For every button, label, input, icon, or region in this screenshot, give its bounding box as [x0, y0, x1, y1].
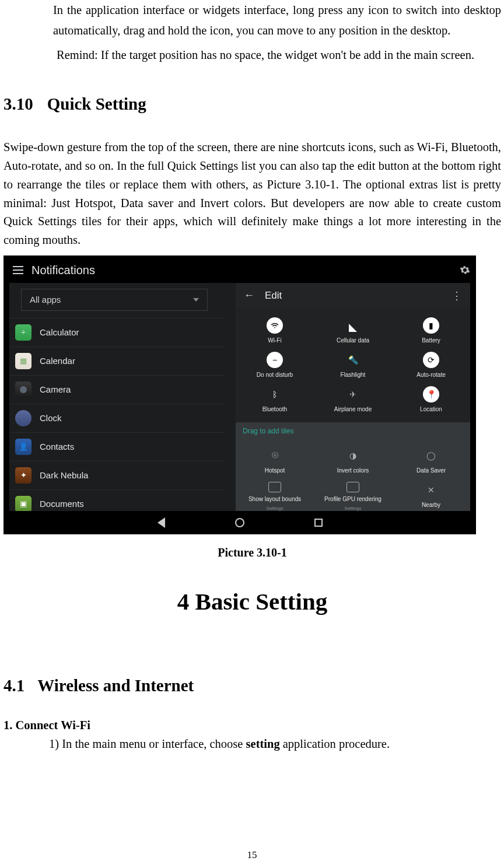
bluetooth-icon: ᛒ	[267, 386, 283, 402]
datasaver-icon: ◯	[423, 447, 439, 464]
list-item[interactable]: 👤Contacts	[9, 432, 225, 461]
tile-label: Bluetooth	[262, 406, 287, 412]
tile-dnd[interactable]: −Do not disturb	[236, 348, 314, 382]
all-apps-label: All apps	[30, 295, 61, 304]
tile-hotspot[interactable]: ⦾Hotspot	[236, 443, 314, 478]
tile-airplane[interactable]: ✈Airplane mode	[314, 382, 392, 416]
section-number: 4.1	[4, 676, 24, 695]
tile-autorotate[interactable]: ⟳Auto-rotate	[392, 348, 470, 382]
calendar-icon: ▦	[15, 353, 32, 369]
tile-label: Profile GPU rendering	[324, 496, 382, 502]
contacts-icon: 👤	[15, 439, 32, 455]
page-number: 15	[0, 849, 504, 861]
nebula-icon: ✦	[15, 467, 32, 484]
cellular-icon	[345, 317, 361, 334]
nav-home-icon[interactable]	[235, 518, 244, 527]
list-item[interactable]: Camera	[9, 375, 225, 404]
section-title: Quick Setting	[47, 94, 146, 113]
tile-label: Data Saver	[416, 467, 446, 474]
autorotate-icon: ⟳	[423, 352, 439, 368]
tile-label: Airplane mode	[334, 406, 372, 412]
app-label: Contacts	[40, 442, 74, 452]
nav-back-icon[interactable]	[158, 517, 165, 528]
step-1: 1) In the main menu or interface, choose…	[49, 735, 501, 753]
heading-3-10: 3.10Quick Setting	[4, 94, 501, 114]
section-title: Wireless and Internet	[37, 676, 194, 695]
tile-label: Battery	[422, 337, 440, 344]
section-number: 3.10	[4, 94, 33, 114]
tile-bluetooth[interactable]: ᛒBluetooth	[236, 382, 314, 416]
gpu-icon	[346, 482, 359, 492]
tile-sublabel: Settings	[267, 506, 284, 511]
hotspot-icon: ⦾	[267, 447, 283, 464]
calculator-icon: ÷	[15, 324, 32, 341]
list-item[interactable]: ▦Calendar	[9, 346, 225, 375]
tile-location[interactable]: 📍Location	[392, 382, 470, 416]
paragraph-remind: Remind: If the target position has no sp…	[57, 45, 501, 65]
app-label: Dark Nebula	[40, 470, 88, 480]
figure-3-10-1: Notifications All apps ÷Calculator ▦Cale…	[4, 256, 476, 534]
battery-icon: ▮	[423, 317, 439, 334]
layout-bounds-icon	[268, 482, 281, 492]
hamburger-icon[interactable]	[13, 266, 23, 274]
app-label: Calendar	[40, 356, 75, 366]
chapter-4-title: 4 Basic Setting	[4, 587, 501, 615]
tile-label: Invert colors	[337, 467, 369, 474]
app-list: ÷Calculator ▦Calendar Camera Clock 👤Cont…	[9, 318, 225, 516]
tile-label: Flashlight	[341, 372, 366, 378]
app-label: Camera	[40, 384, 71, 394]
flashlight-icon: 🔦	[345, 352, 361, 368]
figure-caption: Picture 3.10-1	[4, 546, 501, 559]
tile-wifi[interactable]: Wi-Fi	[236, 313, 314, 348]
tile-datasaver[interactable]: ◯Data Saver	[392, 443, 470, 478]
tile-battery[interactable]: ▮Battery	[392, 313, 470, 348]
clock-icon	[15, 410, 32, 426]
tile-flashlight[interactable]: 🔦Flashlight	[314, 348, 392, 382]
drag-divider: Drag to add tiles	[236, 422, 470, 440]
nearby-icon: ✕	[423, 482, 439, 498]
overflow-icon[interactable]: ⋮	[452, 295, 462, 297]
documents-icon: ▣	[15, 496, 32, 512]
invert-icon: ◑	[345, 447, 361, 464]
chevron-down-icon	[193, 298, 199, 302]
paragraph-widgets: In the application interface or widgets …	[53, 0, 501, 41]
list-item[interactable]: ÷Calculator	[9, 318, 225, 346]
notifications-title: Notifications	[32, 264, 452, 277]
nav-recent-icon[interactable]	[314, 519, 323, 527]
quick-settings-edit-panel: ← Edit ⋮ Wi-Fi Cellular data ▮Battery −D…	[236, 283, 470, 516]
airplane-icon: ✈	[345, 386, 361, 402]
gear-icon[interactable]	[460, 265, 470, 275]
step-text-b: application procedure.	[280, 737, 390, 750]
wifi-icon	[267, 317, 283, 334]
tile-cellular[interactable]: Cellular data	[314, 313, 392, 348]
tile-invert[interactable]: ◑Invert colors	[314, 443, 392, 478]
app-label: Clock	[40, 413, 62, 423]
tile-label: Nearby	[422, 502, 440, 508]
list-item[interactable]: ✦Dark Nebula	[9, 461, 225, 489]
back-arrow-icon[interactable]: ←	[244, 289, 254, 302]
tile-sublabel: Settings	[345, 506, 362, 511]
dnd-icon: −	[267, 352, 283, 368]
tile-label: Cellular data	[337, 337, 369, 344]
tile-label: Location	[420, 406, 442, 412]
tile-label: Do not disturb	[257, 372, 293, 378]
tile-label: Hotspot	[265, 467, 285, 474]
step-text-a: 1) In the main menu or interface, choose	[49, 737, 246, 750]
camera-icon	[15, 382, 32, 398]
step-bold: setting	[246, 737, 280, 750]
tile-label: Show layout bounds	[249, 496, 301, 502]
list-item[interactable]: Clock	[9, 404, 225, 432]
tile-label: Auto-rotate	[416, 372, 445, 378]
subheading-connect-wifi: 1. Connect Wi-Fi	[4, 719, 501, 732]
app-label: Calculator	[40, 327, 79, 337]
heading-4-1: 4.1Wireless and Internet	[4, 676, 501, 695]
app-label: Documents	[40, 499, 84, 509]
body-3-10: Swipe-down gesture from the top of the s…	[4, 138, 501, 250]
android-nav-bar	[4, 511, 476, 534]
tile-label: Wi-Fi	[268, 337, 281, 344]
all-apps-dropdown[interactable]: All apps	[21, 289, 208, 311]
edit-title: Edit	[265, 290, 441, 302]
location-icon: 📍	[423, 386, 439, 402]
